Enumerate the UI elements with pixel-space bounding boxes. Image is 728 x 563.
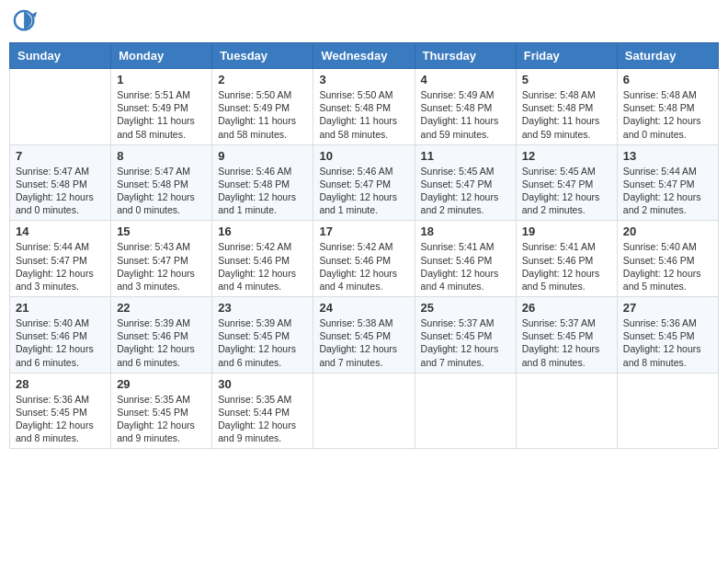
day-number: 15 xyxy=(117,224,206,238)
calendar-cell: 2Sunrise: 5:50 AMSunset: 5:49 PMDaylight… xyxy=(212,69,313,145)
day-info: Sunrise: 5:42 AMSunset: 5:46 PMDaylight:… xyxy=(319,240,408,293)
calendar-cell: 27Sunrise: 5:36 AMSunset: 5:45 PMDayligh… xyxy=(617,297,718,373)
day-info: Sunrise: 5:46 AMSunset: 5:48 PMDaylight:… xyxy=(218,165,307,217)
day-number: 25 xyxy=(421,301,510,315)
col-header-friday: Friday xyxy=(516,43,617,69)
day-info: Sunrise: 5:40 AMSunset: 5:46 PMDaylight:… xyxy=(16,316,105,369)
day-number: 4 xyxy=(421,73,510,86)
calendar-cell: 30Sunrise: 5:35 AMSunset: 5:44 PMDayligh… xyxy=(212,373,313,449)
day-info: Sunrise: 5:35 AMSunset: 5:45 PMDaylight:… xyxy=(117,393,206,445)
calendar-cell: 17Sunrise: 5:42 AMSunset: 5:46 PMDayligh… xyxy=(313,221,415,297)
day-number: 23 xyxy=(218,301,307,315)
calendar-cell: 7Sunrise: 5:47 AMSunset: 5:48 PMDaylight… xyxy=(10,144,111,221)
day-number: 13 xyxy=(623,149,712,163)
logo-icon xyxy=(13,9,39,35)
calendar-cell xyxy=(10,69,111,145)
day-number: 17 xyxy=(319,224,408,238)
calendar-week-row: 14Sunrise: 5:44 AMSunset: 5:47 PMDayligh… xyxy=(10,221,719,297)
day-info: Sunrise: 5:47 AMSunset: 5:48 PMDaylight:… xyxy=(117,165,206,217)
logo xyxy=(13,9,42,35)
day-number: 7 xyxy=(16,149,105,163)
calendar-cell: 12Sunrise: 5:45 AMSunset: 5:47 PMDayligh… xyxy=(516,144,617,221)
day-info: Sunrise: 5:41 AMSunset: 5:46 PMDaylight:… xyxy=(522,240,611,293)
calendar-cell: 15Sunrise: 5:43 AMSunset: 5:47 PMDayligh… xyxy=(111,221,212,297)
day-number: 8 xyxy=(117,149,206,163)
day-info: Sunrise: 5:40 AMSunset: 5:46 PMDaylight:… xyxy=(623,240,712,293)
day-info: Sunrise: 5:38 AMSunset: 5:45 PMDaylight:… xyxy=(319,316,408,369)
day-info: Sunrise: 5:50 AMSunset: 5:49 PMDaylight:… xyxy=(218,88,307,141)
calendar-cell: 20Sunrise: 5:40 AMSunset: 5:46 PMDayligh… xyxy=(617,221,718,297)
day-number: 14 xyxy=(16,224,105,238)
day-info: Sunrise: 5:36 AMSunset: 5:45 PMDaylight:… xyxy=(623,316,712,369)
day-number: 24 xyxy=(319,301,408,315)
calendar-cell: 21Sunrise: 5:40 AMSunset: 5:46 PMDayligh… xyxy=(10,297,111,373)
day-info: Sunrise: 5:50 AMSunset: 5:48 PMDaylight:… xyxy=(319,88,408,141)
day-number: 28 xyxy=(16,377,105,391)
calendar-cell xyxy=(415,373,516,449)
calendar-week-row: 21Sunrise: 5:40 AMSunset: 5:46 PMDayligh… xyxy=(10,297,719,373)
calendar-table: SundayMondayTuesdayWednesdayThursdayFrid… xyxy=(9,42,719,449)
calendar-cell: 8Sunrise: 5:47 AMSunset: 5:48 PMDaylight… xyxy=(111,144,212,221)
calendar-week-row: 28Sunrise: 5:36 AMSunset: 5:45 PMDayligh… xyxy=(10,373,719,449)
calendar-cell: 26Sunrise: 5:37 AMSunset: 5:45 PMDayligh… xyxy=(516,297,617,373)
calendar-cell: 9Sunrise: 5:46 AMSunset: 5:48 PMDaylight… xyxy=(212,144,313,221)
calendar-cell: 5Sunrise: 5:48 AMSunset: 5:48 PMDaylight… xyxy=(516,69,617,145)
col-header-monday: Monday xyxy=(111,43,212,69)
calendar-cell: 13Sunrise: 5:44 AMSunset: 5:47 PMDayligh… xyxy=(617,144,718,221)
day-number: 3 xyxy=(319,73,408,86)
calendar-cell: 16Sunrise: 5:42 AMSunset: 5:46 PMDayligh… xyxy=(212,221,313,297)
calendar-cell: 25Sunrise: 5:37 AMSunset: 5:45 PMDayligh… xyxy=(415,297,516,373)
calendar-cell: 14Sunrise: 5:44 AMSunset: 5:47 PMDayligh… xyxy=(10,221,111,297)
day-info: Sunrise: 5:36 AMSunset: 5:45 PMDaylight:… xyxy=(16,393,105,445)
day-number: 16 xyxy=(218,224,307,238)
calendar-cell xyxy=(313,373,415,449)
calendar-cell: 28Sunrise: 5:36 AMSunset: 5:45 PMDayligh… xyxy=(10,373,111,449)
day-number: 1 xyxy=(117,73,206,86)
day-number: 26 xyxy=(522,301,611,315)
calendar-cell: 24Sunrise: 5:38 AMSunset: 5:45 PMDayligh… xyxy=(313,297,415,373)
day-info: Sunrise: 5:49 AMSunset: 5:48 PMDaylight:… xyxy=(421,88,510,141)
calendar-week-row: 7Sunrise: 5:47 AMSunset: 5:48 PMDaylight… xyxy=(10,144,719,221)
col-header-sunday: Sunday xyxy=(10,43,111,69)
page-header xyxy=(9,9,719,35)
day-number: 2 xyxy=(218,73,307,86)
day-number: 21 xyxy=(16,301,105,315)
day-info: Sunrise: 5:48 AMSunset: 5:48 PMDaylight:… xyxy=(522,88,611,141)
col-header-wednesday: Wednesday xyxy=(313,43,415,69)
day-number: 29 xyxy=(117,377,206,391)
day-info: Sunrise: 5:41 AMSunset: 5:46 PMDaylight:… xyxy=(421,240,510,293)
calendar-cell xyxy=(617,373,718,449)
day-number: 20 xyxy=(623,224,712,238)
col-header-saturday: Saturday xyxy=(617,43,718,69)
calendar-cell: 4Sunrise: 5:49 AMSunset: 5:48 PMDaylight… xyxy=(415,69,516,145)
day-info: Sunrise: 5:39 AMSunset: 5:46 PMDaylight:… xyxy=(117,316,206,369)
day-info: Sunrise: 5:44 AMSunset: 5:47 PMDaylight:… xyxy=(623,165,712,217)
day-info: Sunrise: 5:44 AMSunset: 5:47 PMDaylight:… xyxy=(16,240,105,293)
calendar-cell: 10Sunrise: 5:46 AMSunset: 5:47 PMDayligh… xyxy=(313,144,415,221)
day-number: 6 xyxy=(623,73,712,86)
day-number: 18 xyxy=(421,224,510,238)
day-info: Sunrise: 5:47 AMSunset: 5:48 PMDaylight:… xyxy=(16,165,105,217)
day-number: 27 xyxy=(623,301,712,315)
calendar-cell: 22Sunrise: 5:39 AMSunset: 5:46 PMDayligh… xyxy=(111,297,212,373)
day-info: Sunrise: 5:37 AMSunset: 5:45 PMDaylight:… xyxy=(421,316,510,369)
day-number: 11 xyxy=(421,149,510,163)
calendar-cell: 18Sunrise: 5:41 AMSunset: 5:46 PMDayligh… xyxy=(415,221,516,297)
calendar-cell: 29Sunrise: 5:35 AMSunset: 5:45 PMDayligh… xyxy=(111,373,212,449)
calendar-cell: 6Sunrise: 5:48 AMSunset: 5:48 PMDaylight… xyxy=(617,69,718,145)
day-number: 22 xyxy=(117,301,206,315)
calendar-cell: 23Sunrise: 5:39 AMSunset: 5:45 PMDayligh… xyxy=(212,297,313,373)
day-number: 30 xyxy=(218,377,307,391)
day-number: 10 xyxy=(319,149,408,163)
calendar-cell: 11Sunrise: 5:45 AMSunset: 5:47 PMDayligh… xyxy=(415,144,516,221)
day-info: Sunrise: 5:39 AMSunset: 5:45 PMDaylight:… xyxy=(218,316,307,369)
day-info: Sunrise: 5:45 AMSunset: 5:47 PMDaylight:… xyxy=(421,165,510,217)
col-header-thursday: Thursday xyxy=(415,43,516,69)
calendar-week-row: 1Sunrise: 5:51 AMSunset: 5:49 PMDaylight… xyxy=(10,69,719,145)
col-header-tuesday: Tuesday xyxy=(212,43,313,69)
calendar-cell: 3Sunrise: 5:50 AMSunset: 5:48 PMDaylight… xyxy=(313,69,415,145)
calendar-cell: 19Sunrise: 5:41 AMSunset: 5:46 PMDayligh… xyxy=(516,221,617,297)
day-info: Sunrise: 5:46 AMSunset: 5:47 PMDaylight:… xyxy=(319,165,408,217)
calendar-cell xyxy=(516,373,617,449)
day-info: Sunrise: 5:45 AMSunset: 5:47 PMDaylight:… xyxy=(522,165,611,217)
